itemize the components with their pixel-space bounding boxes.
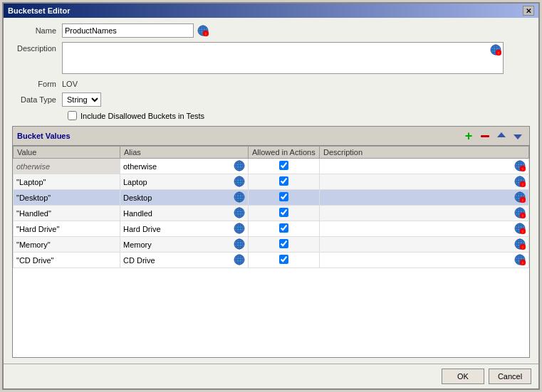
name-row: Name ! <box>12 23 530 38</box>
col-value: Value <box>14 147 120 159</box>
cell-allowed[interactable] <box>249 237 320 253</box>
table-row[interactable]: "Memory"Memory ! <box>14 237 529 253</box>
cell-allowed[interactable] <box>249 159 320 174</box>
move-down-button[interactable] <box>511 129 525 143</box>
cell-allowed[interactable] <box>249 190 320 206</box>
cell-value: "CD Drive" <box>14 253 120 268</box>
table-row[interactable]: "Laptop"Laptop ! <box>14 174 529 190</box>
form-value: LOV <box>62 80 78 88</box>
alias-text: otherwise <box>123 162 157 171</box>
globe-icon[interactable]: ! <box>514 238 526 250</box>
bucket-values-table: Value Alias Allowed in Actions Descripti… <box>13 146 529 268</box>
remove-bucket-button[interactable] <box>478 129 492 143</box>
datatype-row: Data Type String <box>12 92 530 107</box>
description-globe-icon[interactable]: ! <box>489 43 502 56</box>
bucket-values-toolbar: + <box>462 129 525 143</box>
cell-alias: Memory <box>120 237 249 253</box>
globe-icon[interactable]: ! <box>514 160 526 171</box>
dialog-body: Name ! Description <box>4 18 538 364</box>
cell-description: ! <box>320 253 529 268</box>
globe-icon[interactable]: ! <box>514 207 526 218</box>
close-button[interactable]: ✕ <box>523 6 534 16</box>
datatype-label: Data Type <box>12 95 62 104</box>
allowed-checkbox[interactable] <box>279 161 288 170</box>
cell-alias: CD Drive <box>120 253 249 268</box>
description-row: Description ! <box>12 42 530 75</box>
name-input[interactable] <box>62 23 194 38</box>
cell-allowed[interactable] <box>249 174 320 190</box>
allowed-checkbox[interactable] <box>279 239 288 248</box>
globe-icon[interactable] <box>234 223 245 234</box>
svg-marker-14 <box>514 134 522 139</box>
alias-text: Hard Drive <box>123 225 161 233</box>
bucket-values-table-container: Value Alias Allowed in Actions Descripti… <box>12 145 530 358</box>
globe-icon[interactable]: ! <box>514 191 526 203</box>
svg-text:!: ! <box>498 51 499 55</box>
globe-icon[interactable] <box>234 160 245 171</box>
cell-value: "Handled" <box>14 206 120 221</box>
globe-icon[interactable] <box>234 254 245 265</box>
globe-icon[interactable] <box>234 191 245 203</box>
cell-allowed[interactable] <box>249 206 320 221</box>
allowed-checkbox[interactable] <box>279 255 288 264</box>
bucket-values-header: Bucket Values + <box>12 126 530 145</box>
ok-button[interactable]: OK <box>442 369 484 384</box>
cancel-button[interactable]: Cancel <box>489 369 531 384</box>
include-disallowed-row: Include Disallowed Buckets in Tests <box>68 111 530 120</box>
col-alias: Alias <box>120 147 249 159</box>
cell-value: "Laptop" <box>14 174 120 190</box>
cell-description: ! <box>320 174 529 190</box>
bucket-values-title: Bucket Values <box>17 132 71 140</box>
name-label: Name <box>12 26 62 35</box>
globe-icon[interactable]: ! <box>514 176 526 187</box>
dialog-title: Bucketset Editor <box>8 6 70 15</box>
svg-text:!: ! <box>205 32 206 36</box>
svg-text:!: ! <box>522 213 523 218</box>
svg-text:!: ! <box>522 229 523 233</box>
title-bar: Bucketset Editor ✕ <box>4 4 538 18</box>
add-bucket-button[interactable]: + <box>462 129 476 143</box>
bucketset-editor-dialog: Bucketset Editor ✕ Name ! <box>2 2 540 390</box>
cell-allowed[interactable] <box>249 221 320 237</box>
move-up-button[interactable] <box>494 129 509 143</box>
allowed-checkbox[interactable] <box>279 192 288 201</box>
cell-description: ! <box>320 190 529 206</box>
cell-description: ! <box>320 237 529 253</box>
table-row[interactable]: "Handled"Handled ! <box>14 206 529 221</box>
svg-text:!: ! <box>522 166 523 171</box>
cell-allowed[interactable] <box>249 253 320 268</box>
table-row[interactable]: "Desktop"Desktop ! <box>14 190 529 206</box>
include-disallowed-checkbox[interactable] <box>68 111 77 120</box>
globe-icon[interactable] <box>234 176 245 187</box>
table-row[interactable]: "Hard Drive"Hard Drive ! <box>14 221 529 237</box>
globe-icon[interactable]: ! <box>514 254 526 265</box>
cell-alias: otherwise <box>120 159 249 174</box>
table-row[interactable]: "CD Drive"CD Drive ! <box>14 253 529 268</box>
globe-icon[interactable]: ! <box>514 223 526 234</box>
globe-icon[interactable] <box>234 238 245 250</box>
cell-value: "Desktop" <box>14 190 120 206</box>
down-arrow-icon <box>512 130 523 142</box>
allowed-checkbox[interactable] <box>279 223 288 233</box>
cell-alias: Desktop <box>120 190 249 206</box>
cell-alias: Handled <box>120 206 249 221</box>
alias-text: Desktop <box>123 194 152 202</box>
cell-alias: Laptop <box>120 174 249 190</box>
globe-icon[interactable] <box>234 207 245 218</box>
name-globe-icon[interactable]: ! <box>197 24 209 37</box>
datatype-select[interactable]: String <box>62 92 101 107</box>
form-label: Form <box>12 80 62 88</box>
up-arrow-icon <box>496 130 507 142</box>
cell-description: ! <box>320 159 529 174</box>
description-textarea[interactable] <box>62 42 504 74</box>
alias-text: Handled <box>123 209 152 218</box>
svg-text:!: ! <box>522 182 523 186</box>
cell-description: ! <box>320 221 529 237</box>
allowed-checkbox[interactable] <box>279 176 288 186</box>
svg-text:!: ! <box>522 260 523 265</box>
svg-marker-13 <box>497 132 506 137</box>
allowed-checkbox[interactable] <box>279 208 288 217</box>
table-row[interactable]: otherwiseotherwise ! <box>14 159 529 174</box>
alias-text: Laptop <box>123 178 147 186</box>
dialog-footer: OK Cancel <box>4 364 538 388</box>
